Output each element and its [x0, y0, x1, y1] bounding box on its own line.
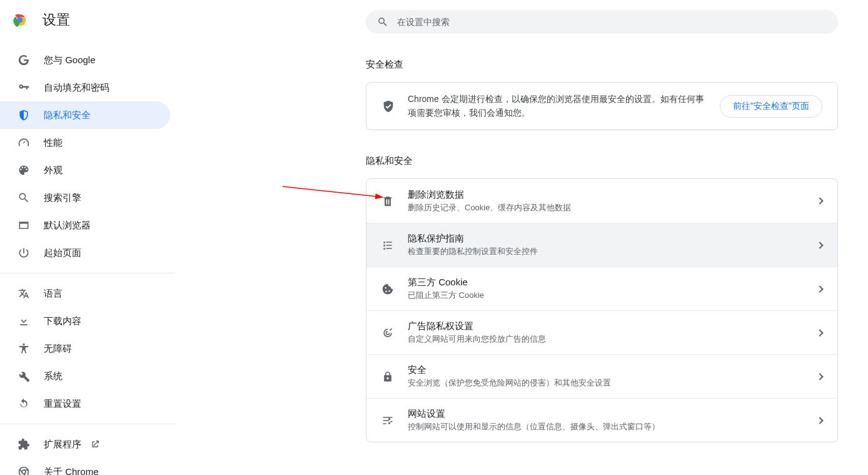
- row-privacy-guide[interactable]: 隐私保护指南 检查重要的隐私控制设置和安全控件: [366, 223, 837, 267]
- row-subtitle: 已阻止第三方 Cookie: [408, 290, 817, 301]
- extension-icon: [18, 438, 30, 451]
- key-icon: [18, 81, 30, 94]
- sidebar-item-label: 搜索引擎: [44, 192, 81, 204]
- chevron-right-icon: [816, 417, 823, 424]
- row-title: 广告隐私权设置: [408, 320, 817, 332]
- row-subtitle: 安全浏览（保护您免受危险网站的侵害）和其他安全设置: [408, 377, 817, 389]
- row-subtitle: 控制网站可以使用和显示的信息（位置信息、摄像头、弹出式窗口等）: [408, 421, 817, 432]
- row-subtitle: 删除历史记录、Cookie、缓存内容及其他数据: [408, 202, 817, 213]
- sidebar-divider: [0, 273, 175, 273]
- sidebar-item-autofill[interactable]: 自动填充和密码: [0, 74, 170, 101]
- open-in-new-icon: [90, 439, 100, 449]
- sidebar-item-default-browser[interactable]: 默认浏览器: [0, 212, 170, 239]
- sidebar-item-label: 关于 Chrome: [44, 466, 99, 476]
- row-site-settings[interactable]: 网站设置 控制网站可以使用和显示的信息（位置信息、摄像头、弹出式窗口等）: [366, 398, 837, 442]
- sidebar-item-extensions[interactable]: 扩展程序: [0, 431, 170, 458]
- row-ad-privacy[interactable]: 广告隐私权设置 自定义网站可用来向您投放广告的信息: [366, 310, 837, 354]
- sidebar-item-accessibility[interactable]: 无障碍: [0, 335, 170, 362]
- download-icon: [18, 315, 30, 327]
- ads-icon: [381, 327, 394, 339]
- row-security[interactable]: 安全 安全浏览（保护您免受危险网站的侵害）和其他安全设置: [366, 354, 837, 398]
- sidebar-item-you-and-google[interactable]: 您与 Google: [0, 46, 170, 74]
- sidebar-item-reset[interactable]: 重置设置: [0, 390, 170, 417]
- sidebar-item-appearance[interactable]: 外观: [0, 156, 170, 184]
- chevron-right-icon: [816, 373, 823, 380]
- safety-check-card: Chrome 会定期进行检查，以确保您的浏览器使用最安全的设置。如有任何事项需要…: [366, 82, 838, 130]
- sidebar-item-label: 重置设置: [44, 398, 81, 410]
- tune-icon: [381, 414, 394, 427]
- sidebar-item-label: 语言: [44, 288, 63, 300]
- row-title: 隐私保护指南: [408, 233, 817, 245]
- sidebar-item-label: 系统: [44, 370, 63, 382]
- power-icon: [18, 247, 30, 259]
- sidebar-item-label: 默认浏览器: [44, 220, 91, 232]
- chevron-right-icon: [816, 329, 823, 336]
- sidebar: 您与 Google 自动填充和密码 隐私和安全 性能 外观 搜索引擎 默认浏: [0, 40, 175, 475]
- checklist-icon: [381, 239, 394, 252]
- google-g-icon: [18, 54, 30, 66]
- row-title: 安全: [408, 364, 817, 376]
- row-third-party-cookies[interactable]: 第三方 Cookie 已阻止第三方 Cookie: [366, 267, 837, 310]
- browser-icon: [18, 219, 30, 232]
- row-title: 网站设置: [408, 408, 817, 420]
- palette-icon: [18, 164, 30, 176]
- sidebar-item-languages[interactable]: 语言: [0, 280, 170, 307]
- sidebar-item-label: 自动填充和密码: [44, 82, 109, 94]
- shield-icon: [18, 109, 30, 121]
- translate-icon: [18, 287, 30, 300]
- sidebar-item-on-startup[interactable]: 起始页面: [0, 239, 170, 267]
- main-content: 安全检查 Chrome 会定期进行检查，以确保您的浏览器使用最安全的设置。如有任…: [366, 10, 838, 442]
- accessibility-icon: [18, 342, 30, 355]
- chevron-right-icon: [816, 198, 823, 205]
- privacy-list-card: 删除浏览数据 删除历史记录、Cookie、缓存内容及其他数据 隐私保护指南 检查…: [366, 178, 838, 442]
- chrome-logo-icon: [13, 13, 28, 28]
- sidebar-item-label: 您与 Google: [44, 54, 96, 66]
- search-bar[interactable]: [366, 10, 838, 34]
- cookie-icon: [381, 283, 394, 295]
- section-title-privacy: 隐私和安全: [366, 155, 838, 167]
- sidebar-item-label: 隐私和安全: [44, 110, 91, 121]
- search-icon: [18, 192, 30, 204]
- sidebar-item-privacy[interactable]: 隐私和安全: [0, 101, 170, 129]
- sidebar-item-label: 起始页面: [44, 247, 81, 259]
- search-input[interactable]: [397, 17, 827, 27]
- row-title: 删除浏览数据: [408, 189, 817, 201]
- search-icon: [377, 16, 388, 28]
- sidebar-item-label: 扩展程序: [44, 439, 81, 451]
- goto-safety-check-button[interactable]: 前往"安全检查"页面: [720, 95, 822, 118]
- sidebar-divider: [0, 424, 175, 424]
- sidebar-item-search-engine[interactable]: 搜索引擎: [0, 184, 170, 212]
- shield-check-icon: [381, 100, 395, 113]
- sidebar-item-label: 性能: [44, 137, 63, 149]
- chevron-right-icon: [816, 285, 823, 292]
- chrome-outline-icon: [18, 466, 30, 475]
- row-clear-browsing-data[interactable]: 删除浏览数据 删除历史记录、Cookie、缓存内容及其他数据: [366, 179, 837, 223]
- sidebar-item-label: 无障碍: [44, 343, 72, 355]
- sidebar-item-downloads[interactable]: 下载内容: [0, 307, 170, 335]
- reset-icon: [18, 397, 30, 410]
- section-title-safety: 安全检查: [366, 59, 838, 71]
- chevron-right-icon: [816, 242, 823, 248]
- wrench-icon: [18, 370, 30, 382]
- row-subtitle: 自定义网站可用来向您投放广告的信息: [408, 334, 817, 345]
- row-subtitle: 检查重要的隐私控制设置和安全控件: [408, 246, 817, 257]
- row-title: 第三方 Cookie: [408, 277, 817, 289]
- safety-description: Chrome 会定期进行检查，以确保您的浏览器使用最安全的设置。如有任何事项需要…: [408, 93, 720, 120]
- sidebar-item-label: 下载内容: [44, 315, 81, 327]
- sidebar-item-about-chrome[interactable]: 关于 Chrome: [0, 458, 170, 475]
- sidebar-item-label: 外观: [44, 165, 63, 176]
- sidebar-item-system[interactable]: 系统: [0, 362, 170, 390]
- page-title: 设置: [43, 11, 70, 29]
- lock-icon: [381, 370, 394, 383]
- trash-icon: [381, 195, 394, 207]
- sidebar-item-performance[interactable]: 性能: [0, 129, 170, 156]
- speedometer-icon: [18, 136, 30, 149]
